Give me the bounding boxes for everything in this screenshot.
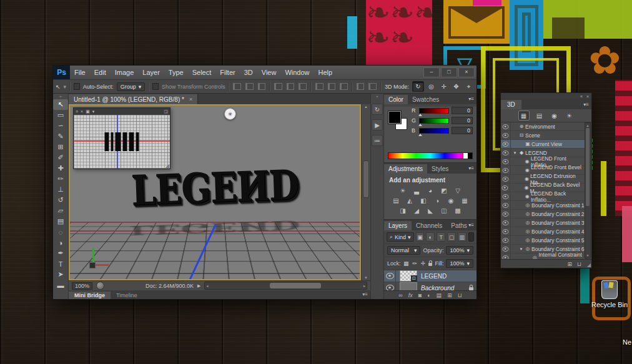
clone-stamp-tool[interactable]: ⊥ — [53, 184, 68, 195]
visibility-eye-icon[interactable] — [501, 236, 511, 244]
move-tool[interactable]: ↖ — [53, 99, 68, 110]
panel-menu-icon[interactable]: ▾≡ — [468, 165, 474, 171]
canvas[interactable]: LEGEИD LEGEИD ≡ × ▣ ▾ ◲ — [69, 104, 361, 280]
3d-panel-scrollbar[interactable]: ▲ ▼ — [585, 122, 591, 258]
3d-item-constraint[interactable]: ◎Boundary Constraint 1 — [501, 201, 586, 210]
tab-mini-bridge[interactable]: Mini Bridge — [69, 292, 111, 299]
tab-swatches[interactable]: Swatches — [408, 95, 443, 104]
exposure-icon[interactable]: ◩ — [439, 186, 449, 195]
kind-filter-dropdown[interactable]: ⌕ Kind ▾ — [387, 232, 414, 242]
filter-materials-icon[interactable]: ◉ — [550, 111, 560, 120]
visibility-eye-icon[interactable] — [501, 149, 511, 157]
distribute-top-edges-icon[interactable] — [315, 83, 323, 90]
minimize-button[interactable]: – — [423, 67, 440, 77]
secondary-view-swap-icon[interactable]: ▣ — [86, 109, 90, 114]
3d-item-constraint[interactable]: ◎Boundary Constraint 5 — [501, 236, 586, 245]
menu-3d[interactable]: 3D — [240, 69, 257, 76]
filter-adjustment-layers-icon[interactable]: ◐ — [426, 232, 435, 242]
panel-menu-icon[interactable]: ▾≡ — [468, 96, 474, 102]
align-vertical-centers-icon[interactable] — [245, 83, 254, 90]
toolbar-collapse-icon[interactable]: » — [59, 94, 61, 99]
layer-row-background[interactable]: Background — [384, 282, 476, 290]
visibility-eye-icon[interactable] — [501, 201, 511, 209]
quick-selection-tool[interactable]: ✎ — [53, 131, 68, 142]
visibility-eye-icon[interactable] — [501, 192, 511, 200]
recycle-bin-icon[interactable]: Recycle Bin — [590, 280, 630, 308]
photo-filter-icon[interactable]: ◑ — [432, 196, 442, 205]
filter-lights-icon[interactable]: ☀ — [565, 111, 575, 120]
crop-tool[interactable]: ⊞ — [53, 142, 68, 152]
zoom-level-field[interactable]: 100% — [72, 282, 92, 290]
brightness-contrast-icon[interactable]: ☀ — [398, 186, 408, 195]
visibility-eye-icon[interactable] — [501, 131, 511, 139]
3d-item-scene[interactable]: ⊟Scene — [501, 131, 586, 140]
tab-styles[interactable]: Styles — [427, 164, 453, 174]
3d-item-constraint[interactable]: ◎Boundary Constraint 4 — [501, 227, 586, 236]
orbit-3d-camera-icon[interactable]: ↻ — [412, 81, 424, 92]
type-tool[interactable]: T — [53, 258, 68, 269]
filter-smart-objects-icon[interactable]: ▥ — [458, 232, 467, 242]
brush-tool[interactable]: ✏ — [53, 174, 68, 184]
menu-view[interactable]: View — [257, 69, 281, 76]
expand-triangle-icon[interactable]: ▼ — [511, 151, 518, 155]
pen-tool[interactable]: ✒ — [53, 248, 68, 258]
lock-pixels-icon[interactable]: ✏ — [412, 260, 418, 267]
secondary-3d-view[interactable]: ≡ × ▣ ▾ ◲ ◢ — [73, 107, 170, 169]
path-selection-tool[interactable]: ➤ — [53, 269, 68, 280]
eyedropper-tool[interactable]: ✐ — [53, 152, 68, 163]
adjustment-layer-icon[interactable]: ◐ — [427, 292, 430, 298]
layer-name[interactable]: Background — [421, 285, 454, 291]
scroll-thumb[interactable] — [586, 128, 590, 206]
status-globe-icon[interactable] — [96, 282, 104, 290]
blue-channel-slider[interactable] — [419, 128, 449, 134]
distribute-left-edges-icon[interactable] — [357, 83, 365, 90]
secondary-view-resize-grip[interactable]: ◢ — [165, 163, 169, 169]
color-balance-icon[interactable]: ◭ — [405, 196, 415, 205]
align-horizontal-centers-icon[interactable] — [287, 83, 295, 90]
dolly-3d-camera-icon[interactable]: ⌖ — [463, 82, 474, 91]
3d-item-material[interactable]: ◉LEGEND Back Inflatio... — [501, 192, 586, 201]
history-brush-tool[interactable]: ↺ — [53, 195, 68, 205]
3d-item-internal-constraint[interactable]: ◎Internal Constraint 7 — [501, 253, 586, 259]
foreground-background-swatches[interactable] — [388, 111, 407, 130]
blur-tool[interactable]: ◌ — [53, 227, 68, 237]
filter-pixel-layers-icon[interactable]: ▣ — [416, 232, 425, 242]
scroll-left-icon[interactable]: ◂ — [206, 283, 208, 288]
menu-select[interactable]: Select — [188, 69, 216, 76]
scroll-down-icon[interactable]: ▼ — [585, 253, 590, 257]
secondary-view-expand-icon[interactable]: ◲ — [164, 109, 168, 114]
roll-3d-camera-icon[interactable]: ◎ — [426, 82, 437, 91]
channel-mixer-icon[interactable]: ◉ — [446, 196, 456, 205]
gradient-map-icon[interactable]: ▩ — [453, 206, 463, 215]
healing-brush-tool[interactable]: ✚ — [53, 163, 68, 174]
dodge-tool[interactable]: ◑ — [53, 237, 68, 248]
actions-panel-icon[interactable]: ▶ — [372, 119, 383, 130]
menu-filter[interactable]: Filter — [215, 69, 239, 76]
properties-panel-icon[interactable]: ≔ — [372, 135, 383, 146]
visibility-eye-icon[interactable] — [501, 175, 510, 183]
align-bottom-edges-icon[interactable] — [258, 83, 266, 90]
filter-shape-layers-icon[interactable]: ▢ — [447, 232, 456, 242]
expand-triangle-icon[interactable]: ▼ — [511, 247, 524, 251]
scroll-down-icon[interactable]: ▼ — [362, 276, 370, 280]
chevron-down-icon[interactable]: ▾ — [92, 109, 95, 114]
black-white-icon[interactable]: ◧ — [418, 196, 428, 205]
selective-color-icon[interactable]: ◫ — [439, 206, 449, 215]
lock-transparency-icon[interactable]: ▦ — [403, 260, 410, 267]
filter-type-layers-icon[interactable]: T — [437, 232, 445, 242]
vibrance-icon[interactable]: ▽ — [453, 186, 463, 195]
partial-desktop-icon-label[interactable]: Ne — [623, 338, 631, 346]
menu-file[interactable]: File — [70, 69, 90, 76]
eraser-tool[interactable]: ▱ — [53, 205, 68, 216]
delete-3d-item-icon[interactable]: ⊔ — [577, 261, 581, 267]
panel-collapse-icon[interactable]: « — [580, 94, 583, 99]
pan-3d-camera-icon[interactable]: ✛ — [438, 82, 449, 91]
secondary-view-menu-icon[interactable]: ≡ — [76, 109, 78, 114]
color-spectrum-ramp[interactable] — [388, 152, 473, 159]
document-tab[interactable]: Untitled-1 @ 100% (LEGEND, RGB/8) * × — [69, 94, 198, 104]
horizontal-scrollbar[interactable]: ◂ ▸ — [204, 282, 367, 290]
marquee-tool[interactable]: ▭ — [53, 110, 68, 121]
lock-position-icon[interactable]: ✛ — [420, 260, 427, 267]
shape-tool[interactable]: ▬ — [53, 280, 68, 290]
panel-resize-grip[interactable]: ◢ — [587, 262, 591, 268]
